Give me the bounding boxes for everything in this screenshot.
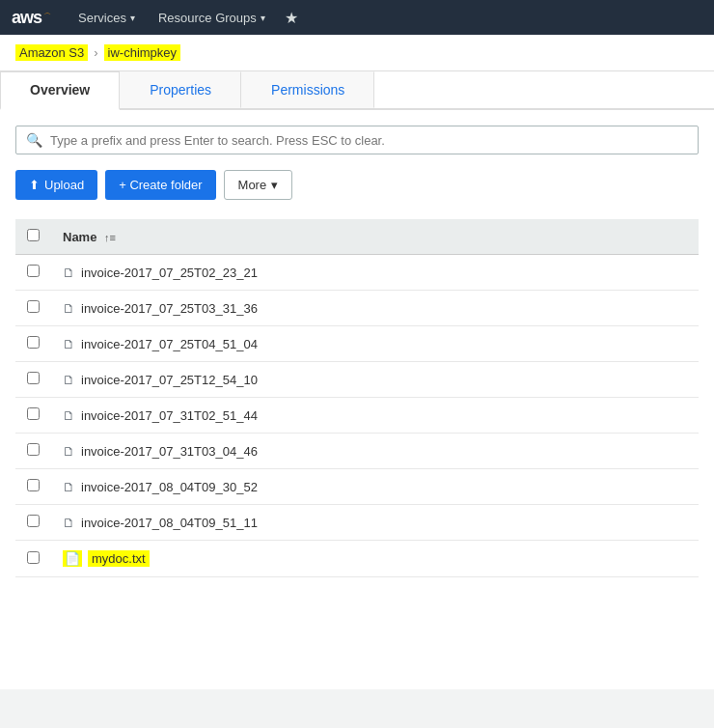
row-checkbox[interactable] [27, 479, 40, 491]
file-icon: 🗋 [63, 301, 75, 316]
table-row: 🗋invoice-2017_07_31T02_51_44 [15, 398, 699, 434]
row-checkbox[interactable] [27, 265, 40, 277]
table-row: 🗋invoice-2017_07_25T03_31_36 [15, 291, 699, 326]
row-checkbox[interactable] [27, 336, 40, 349]
upload-button[interactable]: ⬆ Upload [15, 170, 97, 200]
file-name[interactable]: invoice-2017_07_31T03_04_46 [81, 444, 258, 459]
file-icon: 🗋 [63, 266, 75, 280]
file-name-cell: 🗋invoice-2017_07_25T04_51_04 [51, 326, 699, 362]
tab-properties[interactable]: Properties [120, 71, 241, 108]
file-icon: 🗋 [63, 480, 75, 494]
tabs-container: Overview Properties Permissions [0, 71, 714, 110]
aws-logo-text: aws [12, 8, 41, 28]
upload-label: Upload [44, 178, 84, 192]
row-checkbox[interactable] [27, 300, 40, 313]
services-label: Services [78, 11, 126, 25]
row-checkbox[interactable] [27, 443, 40, 456]
more-button[interactable]: More ▾ [224, 170, 293, 200]
file-icon: 🗋 [63, 337, 75, 351]
resource-groups-label: Resource Groups [158, 11, 257, 25]
tab-permissions[interactable]: Permissions [241, 71, 374, 108]
row-checkbox[interactable] [27, 407, 40, 420]
row-checkbox-cell [15, 362, 51, 398]
file-name-cell: 🗋invoice-2017_07_25T12_54_10 [51, 362, 699, 398]
breadcrumb-parent[interactable]: Amazon S3 [15, 44, 88, 61]
services-chevron-icon: ▾ [130, 13, 135, 23]
row-checkbox[interactable] [27, 515, 40, 527]
more-chevron-icon: ▾ [271, 178, 278, 192]
search-input[interactable] [50, 133, 688, 148]
table-header-row: Name ↑≡ [15, 219, 699, 255]
services-nav-item[interactable]: Services ▾ [67, 0, 147, 35]
file-name[interactable]: invoice-2017_07_25T04_51_04 [81, 337, 258, 351]
file-name-cell: 🗋invoice-2017_07_25T02_23_21 [51, 255, 699, 291]
more-label: More [238, 178, 267, 192]
file-table: Name ↑≡ 🗋invoice-2017_07_25T02_23_21🗋inv… [15, 219, 699, 577]
tab-overview[interactable]: Overview [0, 71, 120, 110]
file-icon: 📄 [63, 550, 82, 567]
file-icon: 🗋 [63, 444, 75, 459]
table-row: 🗋invoice-2017_07_25T04_51_04 [15, 326, 699, 362]
row-checkbox[interactable] [27, 551, 40, 564]
file-name[interactable]: invoice-2017_07_25T02_23_21 [81, 266, 258, 280]
row-checkbox-cell [15, 434, 51, 469]
breadcrumb-current: iw-chimpkey [104, 44, 181, 61]
file-name-cell: 📄mydoc.txt [51, 541, 699, 577]
table-row: 🗋invoice-2017_08_04T09_51_11 [15, 505, 699, 541]
row-checkbox-cell [15, 398, 51, 434]
header-name: Name ↑≡ [51, 219, 699, 255]
file-icon: 🗋 [63, 373, 75, 387]
row-checkbox-cell [15, 326, 51, 362]
table-row: 🗋invoice-2017_07_25T12_54_10 [15, 362, 699, 398]
upload-icon: ⬆ [29, 178, 40, 192]
table-row: 🗋invoice-2017_07_25T02_23_21 [15, 255, 699, 291]
favorites-icon[interactable]: ★ [277, 9, 306, 27]
breadcrumb: Amazon S3 › iw-chimpkey [0, 35, 714, 71]
file-name[interactable]: invoice-2017_08_04T09_51_11 [81, 516, 258, 530]
create-folder-label: + Create folder [119, 178, 202, 192]
row-checkbox-cell [15, 505, 51, 541]
row-checkbox[interactable] [27, 372, 40, 384]
resource-groups-nav-item[interactable]: Resource Groups ▾ [147, 0, 277, 35]
file-name[interactable]: invoice-2017_07_31T02_51_44 [81, 408, 258, 423]
row-checkbox-cell [15, 541, 51, 577]
row-checkbox-cell [15, 469, 51, 505]
header-name-label: Name [63, 230, 96, 244]
sort-icon[interactable]: ↑≡ [104, 232, 116, 243]
file-name-cell: 🗋invoice-2017_08_04T09_51_11 [51, 505, 699, 541]
table-row: 📄mydoc.txt [15, 541, 699, 577]
search-bar: 🔍 [15, 126, 699, 154]
file-icon: 🗋 [63, 516, 75, 530]
tab-overview-label: Overview [30, 82, 90, 98]
header-checkbox-cell [15, 219, 51, 255]
resource-groups-chevron-icon: ▾ [261, 13, 265, 23]
file-name-cell: 🗋invoice-2017_07_25T03_31_36 [51, 291, 699, 326]
action-bar: ⬆ Upload + Create folder More ▾ [15, 170, 699, 200]
file-name[interactable]: invoice-2017_07_25T03_31_36 [81, 301, 258, 316]
file-icon: 🗋 [63, 408, 75, 423]
file-name[interactable]: invoice-2017_07_25T12_54_10 [81, 373, 258, 387]
row-checkbox-cell [15, 255, 51, 291]
top-navigation: aws ⌒ Services ▾ Resource Groups ▾ ★ [0, 0, 714, 35]
file-name-cell: 🗋invoice-2017_08_04T09_30_52 [51, 469, 699, 505]
main-content: 🔍 ⬆ Upload + Create folder More ▾ Name ↑… [0, 110, 714, 689]
tab-properties-label: Properties [150, 82, 211, 98]
file-name[interactable]: invoice-2017_08_04T09_30_52 [81, 480, 258, 494]
table-row: 🗋invoice-2017_07_31T03_04_46 [15, 434, 699, 469]
search-icon: 🔍 [26, 132, 42, 148]
aws-smile-icon: ⌒ [43, 14, 51, 21]
tab-permissions-label: Permissions [271, 82, 344, 98]
file-name[interactable]: mydoc.txt [88, 550, 150, 567]
aws-logo[interactable]: aws ⌒ [12, 8, 51, 28]
row-checkbox-cell [15, 291, 51, 326]
file-name-cell: 🗋invoice-2017_07_31T02_51_44 [51, 398, 699, 434]
select-all-checkbox[interactable] [27, 229, 40, 241]
breadcrumb-separator: › [94, 45, 97, 60]
file-name-cell: 🗋invoice-2017_07_31T03_04_46 [51, 434, 699, 469]
create-folder-button[interactable]: + Create folder [105, 170, 215, 200]
table-row: 🗋invoice-2017_08_04T09_30_52 [15, 469, 699, 505]
